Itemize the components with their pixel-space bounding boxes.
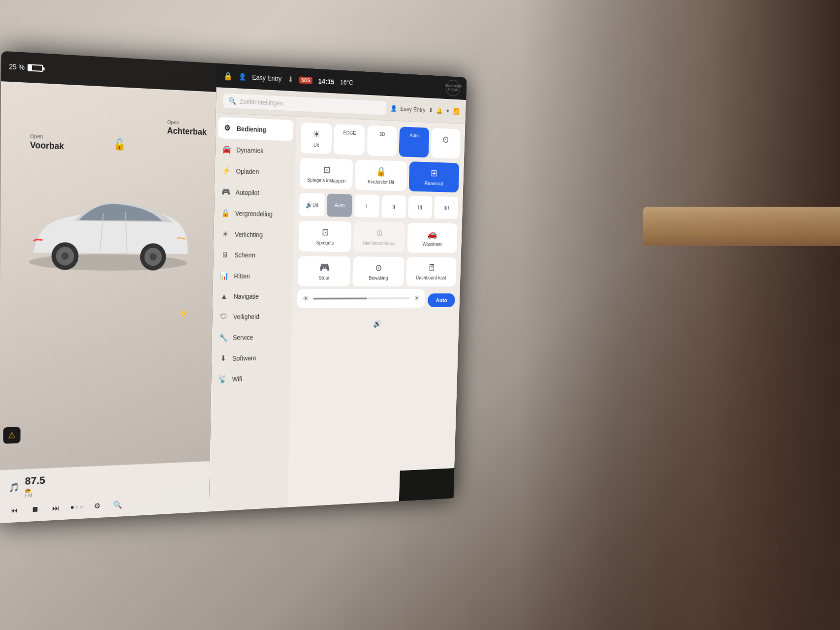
fan-uit-button[interactable]: 🔊 Uit [299, 193, 325, 217]
sidebar-item-wifi[interactable]: 📡 Wifi [211, 367, 291, 389]
search-input[interactable]: Zoekinstellingen [240, 97, 283, 107]
sidebar-item-software[interactable]: ⬇ Software [212, 347, 291, 369]
bottom-ctrl-grid-2: 🎮 Stuur ⊙ Bewaking 🖥 Dashboard kast [298, 256, 457, 286]
voorbak-label: Open Voorbak [30, 132, 64, 152]
brightness-bar[interactable] [313, 297, 409, 299]
battery-bar [28, 64, 43, 72]
display-edge-button[interactable]: EDGE [334, 124, 365, 156]
display-speed-button[interactable]: ⊙ [431, 128, 461, 159]
dashboard-label: Dashboard kast [416, 275, 446, 281]
window-lock-icon: ⊞ [431, 168, 437, 179]
sidebar-label-opladen: Opladen [236, 167, 259, 176]
voorbak-value: Voorbak [30, 140, 64, 153]
fan-1-label: I [366, 203, 368, 210]
wood-trim [643, 207, 840, 246]
sidebar-item-ritten[interactable]: 📊 Ritten [213, 265, 293, 286]
profile-person-icon: 👤 [239, 73, 246, 81]
fan-speed-1-button[interactable]: I [354, 194, 379, 218]
sidebar-label-dynamiek: Dynamiek [236, 146, 263, 154]
sidebar-item-bediening[interactable]: ⚙ Bediening [218, 117, 293, 141]
fan-auto-label: Auto [335, 202, 345, 209]
dashboard-kast-button[interactable]: 🖥 Dashboard kast [406, 257, 457, 286]
prev-track-button[interactable]: ⏮ [8, 504, 20, 517]
sun-off-icon: ☀ [312, 128, 320, 140]
autopilot-icon: 🎮 [221, 187, 230, 196]
header-bluetooth-icon: ✦ [445, 107, 450, 114]
sidebar-item-dynamiek[interactable]: 🚘 Dynamiek [215, 138, 296, 162]
raamslot-button[interactable]: ⊞ Raamslot [408, 161, 459, 192]
spiegels-inklappen-button[interactable]: ⊡ Spiegels inklappen [300, 158, 353, 190]
bewaking-button[interactable]: ⊙ Bewaking [352, 256, 404, 286]
battery-percent: 25 % [9, 63, 25, 71]
charge-icon: ⚡ [178, 308, 188, 318]
sidebar-item-navigatie[interactable]: ▲ Navigatie [213, 286, 293, 307]
display-btn-grid: ☀ Uit EDGE 3D Auto ⊙ [301, 123, 461, 159]
warning-triangle-icon: ⚠ [8, 430, 16, 441]
spiegels2-button[interactable]: ⊡ Spiegels [298, 221, 351, 252]
edge-label: EDGE [343, 130, 356, 136]
stuur-button[interactable]: 🎮 Stuur [298, 256, 351, 286]
sidebar-label-verlichting: Verlichting [235, 230, 263, 238]
sidebar-label-autopilot: Autopilot [236, 189, 259, 196]
scherm-icon: 🖥 [220, 251, 229, 259]
next-track-button[interactable]: ⏭ [50, 502, 62, 514]
interior-panel [520, 0, 840, 630]
brightness-section: ☀ ☀ [297, 289, 425, 308]
music-source-icon: 🎵 [9, 482, 20, 493]
speed-icon: ⊙ [442, 134, 449, 145]
status-time: 14:15 [318, 77, 334, 86]
sidebar-nav: ⚙ Bediening 🚘 Dynamiek ⚡ Opladen 🎮 Autop… [209, 113, 296, 512]
lock-icon: 🔒 [223, 71, 232, 80]
sidebar-item-veiligheid[interactable]: 🛡 Veiligheid [212, 307, 292, 327]
header-right: 👤 Easy Entry ⬇ 🔔 ✦ 📶 [390, 105, 459, 115]
fan-speed-4-button[interactable]: IIII [434, 196, 458, 219]
achterbak-label: Open Achterbak [167, 119, 207, 138]
brightness-auto-button[interactable]: Auto [428, 293, 455, 307]
ritten-icon: 📊 [220, 271, 229, 280]
sidebar-item-autopilot[interactable]: 🎮 Autopilot [215, 181, 295, 204]
header-download-icon: ⬇ [429, 107, 433, 114]
vergrendeling-icon: 🔒 [221, 208, 230, 217]
eq-button[interactable]: ⚙ [92, 500, 102, 513]
search-music-button[interactable]: 🔍 [111, 498, 124, 511]
niet-beschikbaar-button[interactable]: ⊙ Niet beschikbaar [353, 222, 405, 252]
fan-4-label: IIII [443, 204, 449, 211]
carwash-icon: 🚗 [427, 228, 437, 239]
fan-auto-button[interactable]: Auto [327, 194, 352, 218]
display-uit-button[interactable]: ☀ Uit [301, 123, 332, 155]
download-icon: ⬇ [287, 75, 293, 84]
sidebar-item-scherm[interactable]: 🖥 Scherm [213, 245, 293, 266]
brightness-sun-icon: ☀ [414, 293, 420, 303]
fan-uit-label: Uit [312, 202, 318, 208]
fan-speed-2-button[interactable]: II [381, 195, 406, 219]
dynamiek-icon: 🚘 [222, 145, 231, 154]
airbag-text: PASSENGER AIRBAG [444, 84, 462, 92]
header-bell-icon: 🔔 [436, 107, 442, 114]
mirrors2-icon: ⊡ [322, 227, 329, 238]
navigatie-icon: ▲ [219, 292, 228, 301]
profile-name: Easy Entry [252, 73, 281, 83]
sidebar-label-vergrendeling: Vergrendeling [235, 209, 273, 218]
sidebar-item-verlichting[interactable]: ☀ Verlichting [214, 223, 294, 246]
kinderslot-button[interactable]: 🔒 Kinderslot Uit [355, 159, 407, 191]
fan-speaker-icon: 🔊 [306, 201, 312, 208]
sidebar-item-service[interactable]: 🔧 Service [212, 326, 291, 348]
search-icon: 🔍 [228, 96, 236, 104]
display-auto-button[interactable]: Auto [399, 126, 429, 158]
stop-button[interactable]: ⏹ [30, 503, 41, 515]
display-3d-button[interactable]: 3D [367, 125, 397, 157]
achterbak-value: Achterbak [167, 126, 207, 138]
fan-3-label: III [418, 204, 422, 211]
control-btn-grid: ⊡ Spiegels inklappen 🔒 Kinderslot Uit ⊞ … [300, 158, 459, 193]
search-input-wrap[interactable]: 🔍 Zoekinstellingen [223, 93, 386, 115]
music-info: 🎵 87.5 📻 FM [8, 467, 201, 499]
opladen-icon: ⚡ [222, 166, 231, 175]
sidebar-item-opladen[interactable]: ⚡ Opladen [215, 159, 295, 183]
wasstraat-label: Wasstraat [422, 241, 442, 247]
wasstraat-button[interactable]: 🚗 Wasstraat [407, 223, 458, 253]
sidebar-label-scherm: Scherm [234, 252, 255, 259]
main-content: ☀ Uit EDGE 3D Auto ⊙ [288, 117, 466, 507]
fan-speed-3-button[interactable]: III [408, 196, 433, 219]
sidebar-item-vergrendeling[interactable]: 🔒 Vergrendeling [214, 202, 294, 225]
volume-icon: 🔊 [373, 319, 381, 328]
